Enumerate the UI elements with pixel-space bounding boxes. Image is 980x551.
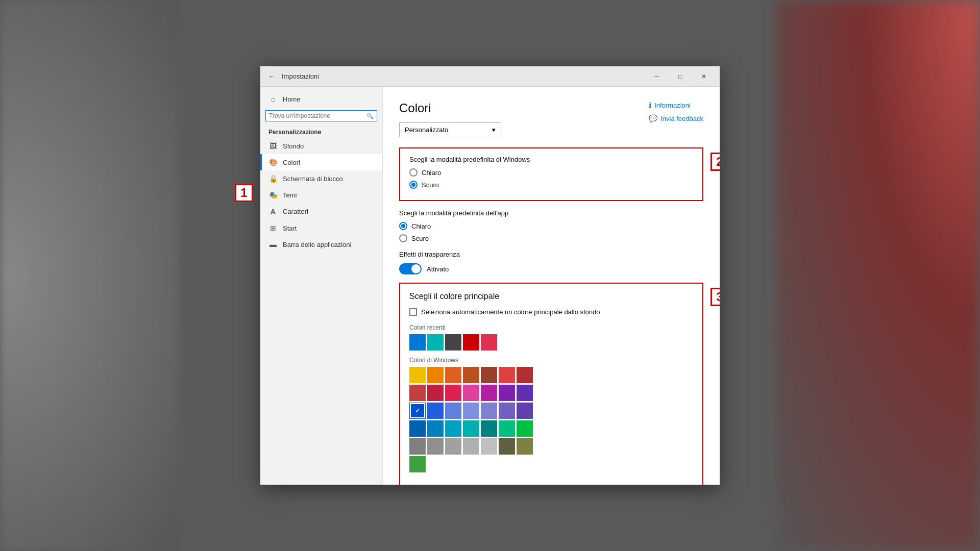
windows-color-swatch[interactable] (481, 420, 497, 437)
windows-color-swatch[interactable] (427, 403, 444, 419)
windows-color-swatch[interactable] (499, 367, 515, 383)
windows-chiaro-label: Chiaro (422, 169, 441, 177)
search-input[interactable] (269, 112, 366, 119)
windows-color-swatch[interactable] (499, 385, 515, 401)
app-mode-chiaro[interactable]: Chiaro (399, 222, 703, 230)
window-controls: ─ □ ✕ (645, 66, 716, 87)
sidebar-item-start-label: Start (283, 224, 297, 232)
windows-color-swatch[interactable] (409, 456, 426, 472)
windows-color-swatch[interactable] (517, 438, 533, 455)
sidebar-section-title: Personalizzazione (260, 127, 382, 138)
windows-mode-scuro[interactable]: Scuro (409, 181, 693, 189)
windows-color-swatch[interactable] (445, 385, 461, 401)
barra-icon: ▬ (268, 240, 278, 248)
windows-color-swatch[interactable] (427, 438, 444, 455)
windows-color-swatch[interactable] (445, 438, 461, 455)
sidebar-item-sfondo-label: Sfondo (283, 142, 304, 150)
informazioni-link[interactable]: ℹ Informazioni (649, 101, 703, 109)
dropdown-value: Personalizzato (405, 126, 448, 134)
windows-color-swatch[interactable] (481, 438, 497, 455)
windows-color-swatch[interactable] (499, 403, 515, 419)
recent-color-swatch[interactable] (463, 334, 479, 350)
windows-color-swatch[interactable] (463, 438, 479, 455)
windows-color-swatch[interactable] (517, 385, 533, 401)
windows-color-swatch[interactable] (517, 403, 533, 419)
recent-colors-label: Colori recenti (409, 324, 693, 331)
sidebar-item-barra-label: Barra delle applicazioni (283, 241, 351, 248)
windows-color-swatch[interactable] (481, 403, 497, 419)
app-mode-label: Scegli la modalità predefinita dell'app (399, 209, 703, 217)
windows-color-swatch[interactable] (409, 367, 426, 383)
radio-scuro2[interactable] (399, 234, 407, 242)
close-button[interactable]: ✕ (692, 66, 716, 87)
windows-color-swatch[interactable] (481, 367, 497, 383)
windows-color-swatch[interactable] (499, 438, 515, 455)
windows-mode-section: Scegli la modalità predefinita di Window… (399, 147, 703, 201)
toggle-label: Attivato (427, 265, 449, 273)
windows-color-swatch[interactable] (409, 438, 426, 455)
windows-color-swatch[interactable] (445, 403, 461, 419)
windows-colors-label: Colori di Windows (409, 357, 693, 364)
radio-scuro1[interactable] (409, 181, 418, 189)
windows-color-swatch[interactable] (463, 367, 479, 383)
sidebar-item-barra[interactable]: ▬ Barra delle applicazioni (260, 236, 382, 253)
windows-color-swatch[interactable] (427, 420, 444, 437)
back-button[interactable]: ← (264, 69, 279, 84)
radio-chiaro1[interactable] (409, 168, 418, 177)
accent-color-section: Scegli il colore principale Seleziona au… (399, 283, 703, 485)
search-icon: 🔍 (366, 113, 374, 119)
windows-color-swatch[interactable] (445, 420, 461, 437)
sidebar-item-home[interactable]: ⌂ Home (260, 91, 382, 107)
transparency-label: Effetti di trasparenza (399, 251, 703, 258)
accent-title: Scegli il colore principale (409, 292, 693, 301)
temi-icon: 🎭 (268, 191, 278, 199)
windows-color-swatch[interactable] (517, 420, 533, 437)
recent-color-swatch[interactable] (427, 334, 444, 350)
sidebar-item-caratteri[interactable]: A Caratteri (260, 203, 382, 220)
sidebar-item-start[interactable]: ⊞ Start (260, 220, 382, 236)
windows-color-swatch[interactable]: ✓ (409, 403, 426, 419)
windows-color-swatch[interactable] (463, 403, 479, 419)
info-icon: ℹ (649, 101, 651, 109)
minimize-button[interactable]: ─ (645, 66, 669, 87)
window-title: Impostazioni (282, 72, 319, 80)
color-mode-dropdown[interactable]: Personalizzato ▾ (399, 122, 501, 137)
windows-color-swatch[interactable] (427, 385, 444, 401)
dropdown-row: Personalizzato ▾ (399, 122, 703, 137)
recent-color-swatch[interactable] (481, 334, 497, 350)
schermata-icon: 🔒 (268, 174, 278, 183)
recent-color-swatch[interactable] (445, 334, 461, 350)
auto-color-label: Seleziona automaticamente un colore prin… (421, 308, 600, 316)
sidebar-item-schermata-label: Schermata di blocco (283, 175, 343, 183)
maximize-button[interactable]: □ (669, 66, 692, 87)
callout-1: 1 (235, 184, 253, 202)
windows-color-swatch[interactable] (499, 420, 515, 437)
windows-color-swatch[interactable] (409, 420, 426, 437)
windows-mode-chiaro[interactable]: Chiaro (409, 168, 693, 177)
feedback-label: Invia feedback (660, 115, 703, 122)
sidebar-item-temi[interactable]: 🎭 Temi (260, 187, 382, 203)
windows-color-swatch[interactable] (409, 385, 426, 401)
settings-window: ← Impostazioni ─ □ ✕ ⌂ Home 🔍 Personaliz… (260, 66, 720, 485)
auto-color-row[interactable]: Seleziona automaticamente un colore prin… (409, 308, 693, 316)
sidebar-item-sfondo[interactable]: 🖼 Sfondo (260, 138, 382, 154)
radio-chiaro2[interactable] (399, 222, 407, 230)
recent-color-swatch[interactable] (409, 334, 426, 350)
windows-colors-swatches: ✓ (409, 367, 542, 472)
windows-color-swatch[interactable] (517, 367, 533, 383)
title-bar: ← Impostazioni ─ □ ✕ (260, 66, 720, 87)
auto-color-checkbox[interactable] (409, 308, 417, 316)
transparency-toggle[interactable] (399, 263, 422, 274)
sidebar-item-colori[interactable]: 🎨 Colori (260, 154, 382, 170)
sidebar-item-schermata[interactable]: 🔒 Schermata di blocco (260, 170, 382, 187)
app-mode-scuro[interactable]: Scuro (399, 234, 703, 242)
windows-color-swatch[interactable] (463, 385, 479, 401)
sidebar-search-box[interactable]: 🔍 (265, 110, 377, 121)
windows-color-swatch[interactable] (427, 367, 444, 383)
info-panel: ℹ Informazioni 💬 Invia feedback (649, 101, 703, 122)
sfondo-icon: 🖼 (268, 142, 278, 150)
windows-color-swatch[interactable] (463, 420, 479, 437)
windows-color-swatch[interactable] (445, 367, 461, 383)
windows-color-swatch[interactable] (481, 385, 497, 401)
feedback-link[interactable]: 💬 Invia feedback (649, 114, 703, 122)
